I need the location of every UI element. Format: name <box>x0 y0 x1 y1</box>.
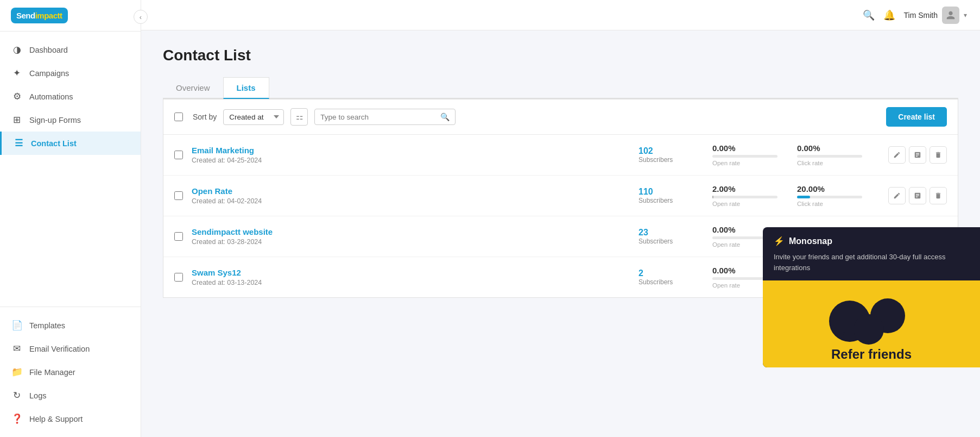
subscriber-count: 102 <box>638 146 704 156</box>
row-subscribers: 110 Subscribers <box>638 187 704 204</box>
monosnap-refer-text: Refer friends <box>831 347 912 362</box>
subscriber-label: Subscribers <box>638 278 704 286</box>
monosnap-title: Monosnap <box>789 236 832 246</box>
delete-button[interactable] <box>930 187 947 204</box>
open-rate-bar-bg <box>712 196 777 198</box>
sort-select[interactable]: Created at Name Subscribers <box>223 109 284 125</box>
sidebar-item-automations[interactable]: ⚙ Automations <box>0 85 141 108</box>
campaigns-icon: ✦ <box>11 67 23 79</box>
click-rate-value: 0.00% <box>797 143 873 153</box>
logo: Sendimpactt <box>11 8 68 23</box>
user-name: Tim Smith <box>904 11 938 20</box>
row-created: Created at: 04-02-2024 <box>192 197 630 205</box>
filter-icon: ⚏ <box>296 112 303 122</box>
page-title: Contact List <box>163 47 958 64</box>
row-checkbox[interactable] <box>174 232 183 241</box>
automations-icon: ⚙ <box>11 91 23 102</box>
sidebar-item-label: Help & Support <box>29 415 83 423</box>
tabs-row: Overview Lists <box>163 77 958 99</box>
sidebar-item-help-support[interactable]: ❓ Help & Support <box>0 407 141 430</box>
edit-button[interactable] <box>888 146 906 164</box>
sidebar-item-campaigns[interactable]: ✦ Campaigns <box>0 61 141 85</box>
sidebar-item-signup-forms[interactable]: ⊞ Sign-up Forms <box>0 108 141 132</box>
row-info: Open Rate Created at: 04-02-2024 <box>192 186 630 205</box>
filter-button[interactable]: ⚏ <box>290 108 308 126</box>
main-area: 🔍 🔔 Tim Smith ▾ Contact List Overview Li… <box>141 0 980 437</box>
monosnap-body: Invite your friends and get additional 3… <box>763 252 980 280</box>
row-info: Swam Sys12 Created at: 03-13-2024 <box>192 268 630 286</box>
row-open-rate: 2.00% Open rate <box>712 184 788 207</box>
topbar: 🔍 🔔 Tim Smith ▾ <box>141 0 980 30</box>
sidebar-item-label: Templates <box>29 321 65 330</box>
table-row: Email Marketing Created at: 04-25-2024 1… <box>163 135 958 176</box>
search-input[interactable] <box>320 113 436 121</box>
table-row: Open Rate Created at: 04-02-2024 110 Sub… <box>163 176 958 216</box>
row-name[interactable]: Email Marketing <box>192 146 630 155</box>
svg-point-2 <box>853 314 884 345</box>
sidebar-item-email-verification[interactable]: ✉ Email Verification <box>0 337 141 360</box>
row-actions <box>888 146 947 164</box>
open-rate-bar-fill <box>712 196 713 198</box>
sidebar-item-label: Logs <box>29 391 46 400</box>
view-button[interactable] <box>909 146 926 164</box>
monosnap-image: Refer friends <box>763 280 980 367</box>
monosnap-emoji: ⚡ <box>774 236 785 246</box>
sidebar-item-file-manager[interactable]: 📁 File Manager <box>0 360 141 384</box>
edit-button[interactable] <box>888 187 906 204</box>
row-checkbox[interactable] <box>174 151 183 159</box>
search-icon[interactable]: 🔍 <box>863 9 875 21</box>
row-name[interactable]: Swam Sys12 <box>192 268 630 277</box>
sidebar-bottom: 📄 Templates ✉ Email Verification 📁 File … <box>0 307 141 437</box>
row-name[interactable]: Open Rate <box>192 186 630 196</box>
row-click-rate: 20.00% Click rate <box>797 184 873 207</box>
click-rate-label: Click rate <box>797 160 873 166</box>
sidebar-item-templates[interactable]: 📄 Templates <box>0 314 141 337</box>
tab-lists[interactable]: Lists <box>223 77 269 99</box>
row-open-rate: 0.00% Open rate <box>712 143 788 166</box>
create-list-button[interactable]: Create list <box>886 107 947 127</box>
row-actions <box>888 187 947 204</box>
sidebar-item-label: Sign-up Forms <box>29 116 81 124</box>
sidebar-collapse-button[interactable]: ‹ <box>134 10 148 24</box>
row-checkbox[interactable] <box>174 273 183 282</box>
user-menu[interactable]: Tim Smith ▾ <box>904 7 967 24</box>
sidebar-item-contact-list[interactable]: ☰ Contact List <box>0 132 141 155</box>
row-click-rate: 0.00% Click rate <box>797 143 873 166</box>
view-button[interactable] <box>909 187 926 204</box>
sidebar-item-label: File Manager <box>29 368 75 377</box>
toolbar: Sort by Created at Name Subscribers ⚏ 🔍 … <box>163 99 958 135</box>
tab-overview[interactable]: Overview <box>163 77 223 99</box>
monosnap-popup: ⚡ Monosnap Invite your friends and get a… <box>763 227 980 367</box>
row-checkbox[interactable] <box>174 191 183 200</box>
row-info: Email Marketing Created at: 04-25-2024 <box>192 146 630 164</box>
row-created: Created at: 03-13-2024 <box>192 279 630 286</box>
sidebar-item-label: Automations <box>29 92 73 101</box>
notifications-icon[interactable]: 🔔 <box>883 9 895 21</box>
chevron-down-icon: ▾ <box>964 11 967 19</box>
subscriber-count: 23 <box>638 228 704 238</box>
delete-button[interactable] <box>930 146 947 164</box>
open-rate-label: Open rate <box>712 160 788 166</box>
sidebar-item-logs[interactable]: ↻ Logs <box>0 384 141 407</box>
help-support-icon: ❓ <box>11 413 23 424</box>
email-verification-icon: ✉ <box>11 343 23 354</box>
monosnap-header: ⚡ Monosnap <box>763 227 980 252</box>
avatar <box>942 7 959 24</box>
sidebar-item-dashboard[interactable]: ◑ Dashboard <box>0 38 141 61</box>
click-rate-label: Click rate <box>797 201 873 207</box>
row-subscribers: 2 Subscribers <box>638 269 704 286</box>
logs-icon: ↻ <box>11 390 23 401</box>
click-rate-bar-bg <box>797 196 862 198</box>
click-rate-value: 20.00% <box>797 184 873 193</box>
open-rate-bar-bg <box>712 155 777 158</box>
select-all-checkbox[interactable] <box>174 113 183 121</box>
row-name[interactable]: Sendimpactt website <box>192 227 630 236</box>
sidebar-item-label: Email Verification <box>29 345 90 353</box>
subscriber-count: 2 <box>638 269 704 278</box>
row-subscribers: 102 Subscribers <box>638 146 704 164</box>
row-subscribers: 23 Subscribers <box>638 228 704 245</box>
signup-forms-icon: ⊞ <box>11 114 23 126</box>
subscriber-count: 110 <box>638 187 704 197</box>
subscriber-label: Subscribers <box>638 156 704 164</box>
open-rate-label: Open rate <box>712 201 788 207</box>
